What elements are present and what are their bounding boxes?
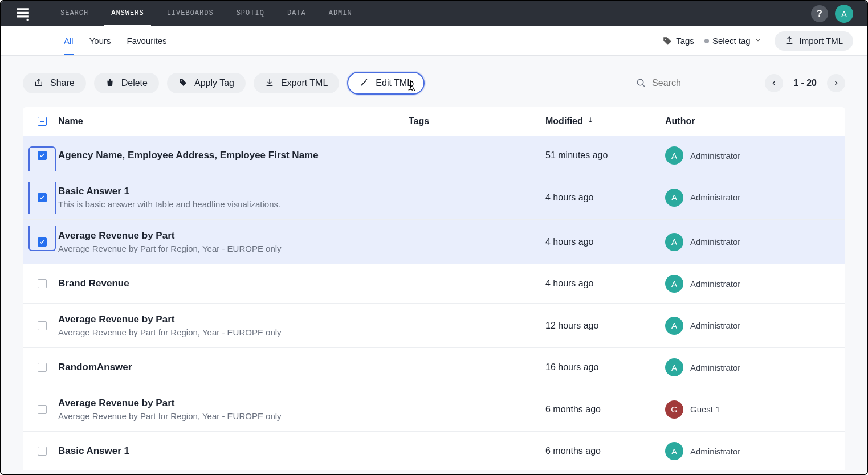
- table-row[interactable]: Agency Name, Employee Address, Employee …: [23, 136, 845, 175]
- svg-point-4: [665, 38, 666, 39]
- row-author: AAdministrator: [665, 442, 836, 460]
- author-avatar: G: [665, 400, 683, 419]
- row-checkbox[interactable]: [38, 279, 47, 288]
- header-tags[interactable]: Tags: [409, 116, 545, 126]
- row-modified: 4 hours ago: [545, 279, 665, 289]
- row-checkbox[interactable]: [38, 151, 47, 160]
- row-checkbox[interactable]: [38, 447, 47, 456]
- tag-icon: [662, 36, 673, 46]
- action-toolbar: Share Delete Apply Tag Export TML Edit T…: [1, 56, 867, 107]
- row-title: Average Revenue by Part: [58, 230, 409, 241]
- app-logo[interactable]: [15, 6, 31, 22]
- svg-rect-0: [17, 8, 29, 10]
- answers-table: Name Tags Modified Author Agency Name, E…: [23, 107, 845, 470]
- row-modified: 6 months ago: [545, 446, 665, 456]
- row-checkbox[interactable]: [38, 193, 47, 202]
- row-author: AAdministrator: [665, 317, 836, 335]
- row-description: Average Revenue by Part for Region, Year…: [58, 244, 409, 253]
- row-description: Average Revenue by Part for Region, Year…: [58, 411, 409, 421]
- header-modified[interactable]: Modified: [545, 116, 665, 126]
- search-icon: [636, 78, 646, 88]
- tags-label: Tags: [676, 36, 694, 46]
- help-button[interactable]: ?: [811, 5, 828, 22]
- row-title: Average Revenue by Part: [58, 314, 409, 325]
- user-avatar[interactable]: A: [835, 5, 853, 23]
- author-name: Administrator: [690, 237, 740, 247]
- next-page-button[interactable]: [827, 74, 845, 92]
- row-checkbox[interactable]: [38, 238, 47, 247]
- author-avatar: A: [665, 233, 683, 251]
- row-title: Basic Answer 1: [58, 445, 409, 457]
- select-all-checkbox[interactable]: [38, 117, 47, 126]
- tags-link[interactable]: Tags: [662, 36, 694, 46]
- tab-yours[interactable]: Yours: [89, 27, 111, 55]
- header-author[interactable]: Author: [665, 116, 836, 126]
- export-tml-button[interactable]: Export TML: [254, 73, 339, 93]
- page-range: 1 - 20: [788, 78, 822, 88]
- header-name[interactable]: Name: [52, 116, 409, 126]
- select-tag-label: Select tag: [712, 36, 751, 46]
- row-title: Basic Answer 1: [58, 186, 409, 197]
- export-tml-label: Export TML: [281, 78, 328, 88]
- nav-item-liveboards[interactable]: LIVEBOARDS: [160, 1, 221, 27]
- row-author: AAdministrator: [665, 233, 836, 251]
- import-tml-button[interactable]: Import TML: [775, 31, 853, 51]
- upload-icon: [785, 36, 795, 46]
- table-row[interactable]: Average Revenue by PartAverage Revenue b…: [23, 219, 845, 264]
- row-modified: 12 hours ago: [545, 321, 665, 331]
- import-label: Import TML: [800, 36, 843, 46]
- row-title: Brand Revenue: [58, 278, 409, 289]
- share-label: Share: [50, 78, 75, 88]
- row-checkbox[interactable]: [38, 363, 47, 372]
- author-name: Administrator: [690, 447, 740, 456]
- select-tag-dropdown[interactable]: Select tag: [704, 36, 764, 46]
- sort-down-icon: [586, 116, 597, 126]
- svg-point-3: [27, 19, 29, 21]
- table-row[interactable]: Average Revenue by PartAverage Revenue b…: [23, 387, 845, 431]
- tab-all[interactable]: All: [64, 27, 74, 55]
- row-modified: 6 months ago: [545, 404, 665, 415]
- nav-items: SEARCHANSWERSLIVEBOARDSSPOTIQDATAADMIN: [54, 1, 811, 27]
- pagination: 1 - 20: [765, 74, 845, 92]
- author-avatar: A: [665, 189, 683, 207]
- table-row[interactable]: Brand Revenue4 hours agoAAdministrator: [23, 264, 845, 303]
- row-description: This is basic answer with table and head…: [58, 199, 409, 209]
- row-modified: 51 minutes ago: [545, 150, 665, 161]
- chevron-down-icon: [754, 36, 764, 46]
- row-checkbox[interactable]: [38, 321, 47, 330]
- author-name: Guest 1: [690, 404, 720, 414]
- table-row[interactable]: Basic Answer 16 months agoAAdministrator: [23, 431, 845, 470]
- dot-icon: [704, 39, 709, 43]
- svg-point-5: [181, 80, 182, 81]
- nav-item-answers[interactable]: ANSWERS: [104, 1, 150, 27]
- nav-item-data[interactable]: DATA: [280, 1, 313, 27]
- row-author: AAdministrator: [665, 275, 836, 293]
- table-row[interactable]: RandomAnswer16 hours agoAAdministrator: [23, 347, 845, 387]
- share-button[interactable]: Share: [23, 73, 86, 93]
- tag-icon: [178, 78, 189, 88]
- author-avatar: A: [665, 275, 683, 293]
- delete-label: Delete: [121, 78, 148, 88]
- nav-item-spotiq[interactable]: SPOTIQ: [230, 1, 271, 27]
- tab-favourites[interactable]: Favourites: [127, 27, 166, 55]
- svg-rect-2: [17, 15, 29, 17]
- content-area: Share Delete Apply Tag Export TML Edit T…: [1, 56, 867, 474]
- delete-button[interactable]: Delete: [94, 73, 159, 93]
- search-box[interactable]: [633, 75, 745, 92]
- author-avatar: A: [665, 317, 683, 335]
- table-row[interactable]: Basic Answer 1This is basic answer with …: [23, 175, 845, 219]
- search-input[interactable]: [652, 78, 742, 88]
- row-title: Average Revenue by Part: [58, 398, 409, 409]
- apply-tag-button[interactable]: Apply Tag: [167, 73, 246, 93]
- nav-item-search[interactable]: SEARCH: [54, 1, 95, 27]
- prev-page-button[interactable]: [765, 74, 783, 92]
- svg-point-6: [637, 79, 643, 85]
- row-author: AAdministrator: [665, 189, 836, 207]
- nav-item-admin[interactable]: ADMIN: [322, 1, 359, 27]
- row-author: GGuest 1: [665, 400, 836, 419]
- author-name: Administrator: [690, 151, 740, 161]
- author-name: Administrator: [690, 279, 740, 289]
- table-row[interactable]: Average Revenue by PartAverage Revenue b…: [23, 303, 845, 347]
- row-checkbox[interactable]: [38, 405, 47, 414]
- row-modified: 4 hours ago: [545, 193, 665, 203]
